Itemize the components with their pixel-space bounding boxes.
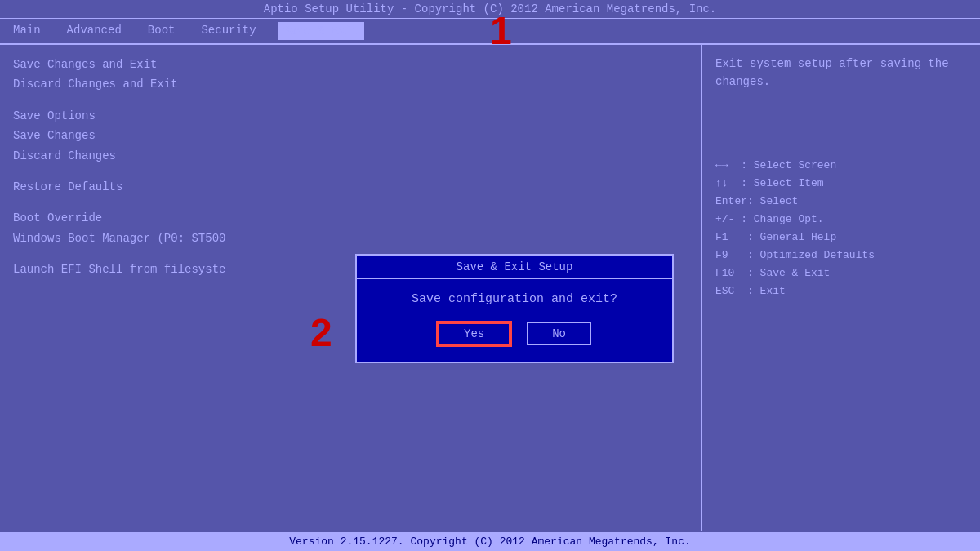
- status-bar: Version 2.15.1227. Copyright (C) 2012 Am…: [0, 532, 980, 551]
- key-legend-item: +/- : Change Opt.: [715, 211, 967, 229]
- modal-question: Save configuration and exit?: [373, 292, 656, 306]
- title-bar: Aptio Setup Utility - Copyright (C) 2012…: [0, 0, 980, 19]
- menu-group-boot-override: Boot Override Windows Boot Manager (P0: …: [13, 208, 688, 248]
- help-text: Exit system setup after saving the chang…: [715, 55, 967, 91]
- nav-item-main[interactable]: Main: [8, 22, 46, 40]
- modal-no-button[interactable]: No: [527, 322, 591, 345]
- menu-group-save-options: Save Options Save Changes Discard Change…: [13, 106, 688, 166]
- menu-item-boot-override-label: Boot Override: [13, 208, 688, 228]
- title-text: Aptio Setup Utility - Copyright (C) 2012…: [264, 2, 717, 16]
- menu-item-windows-boot-manager[interactable]: Windows Boot Manager (P0: ST500: [13, 229, 688, 248]
- nav-item-boot[interactable]: Boot: [143, 22, 180, 40]
- key-legend: ←→ : Select Screen ↑↓ : Select Item Ente…: [715, 157, 967, 301]
- modal-yes-button[interactable]: Yes: [438, 322, 510, 345]
- menu-group-save-exit: Save Changes and Exit Discard Changes an…: [13, 55, 688, 95]
- modal-box: Save & Exit Setup Save configuration and…: [355, 254, 674, 363]
- menu-item-save-changes[interactable]: Save Changes: [13, 126, 688, 145]
- menu-item-save-changes-exit[interactable]: Save Changes and Exit: [13, 55, 688, 74]
- modal-title-bar: Save & Exit Setup: [357, 256, 672, 279]
- nav-item-security[interactable]: Security: [196, 22, 261, 40]
- nav-menu: Main Advanced Boot Security Save & Exit: [0, 19, 980, 45]
- key-legend-item: ESC : Exit: [715, 282, 967, 300]
- status-text: Version 2.15.1227. Copyright (C) 2012 Am…: [289, 535, 690, 548]
- key-legend-item: F9 : Optimized Defaults: [715, 247, 967, 264]
- modal-buttons: Yes No: [373, 322, 656, 345]
- menu-item-discard-changes[interactable]: Discard Changes: [13, 146, 688, 166]
- nav-item-advanced[interactable]: Advanced: [62, 22, 127, 40]
- key-legend-item: F10 : Save & Exit: [715, 264, 967, 282]
- menu-item-discard-changes-exit[interactable]: Discard Changes and Exit: [13, 74, 688, 94]
- key-legend-item: F1 : General Help: [715, 229, 967, 247]
- menu-item-restore-defaults[interactable]: Restore Defaults: [13, 177, 688, 197]
- menu-item-save-options[interactable]: Save Options: [13, 106, 688, 126]
- right-panel: Exit system setup after saving the chang…: [702, 45, 980, 531]
- key-legend-item: ↑↓ : Select Item: [715, 175, 967, 193]
- key-legend-item: Enter: Select: [715, 193, 967, 211]
- modal-body: Save configuration and exit? Yes No: [357, 279, 672, 362]
- menu-group-restore: Restore Defaults: [13, 177, 688, 197]
- key-legend-item: ←→ : Select Screen: [715, 157, 967, 175]
- nav-item-save-exit[interactable]: Save & Exit: [278, 22, 364, 40]
